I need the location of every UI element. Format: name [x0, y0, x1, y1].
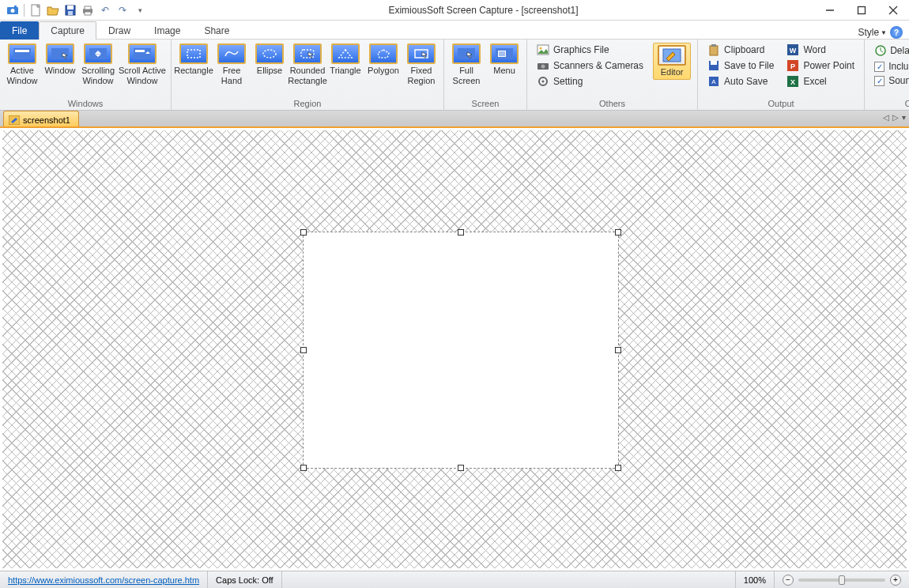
canvas-area[interactable]	[0, 128, 909, 571]
editor-button[interactable]: Editor	[653, 43, 691, 80]
zoom-in-button[interactable]: +	[890, 575, 901, 586]
label: Scanners & Cameras	[553, 60, 643, 71]
graphics-file-button[interactable]: Graphics File	[535, 43, 645, 57]
triangle-button[interactable]: Triangle	[326, 41, 364, 78]
powerpoint-button[interactable]: PPower Point	[785, 58, 856, 73]
homepage-link[interactable]: https://www.eximioussoft.com/screen-capt…	[8, 575, 199, 585]
powerpoint-icon: P	[786, 59, 799, 72]
svg-text:P: P	[790, 62, 795, 70]
window-icon	[8, 43, 36, 64]
style-label: Style	[858, 27, 879, 38]
scrolling-window-button[interactable]: ScrollingWindow	[79, 41, 117, 88]
open-icon[interactable]	[45, 2, 61, 18]
minimize-button[interactable]	[814, 0, 846, 21]
group-output: Clipboard Save to File AAuto Save WWord …	[698, 40, 865, 110]
label: Delay	[890, 45, 909, 56]
checkbox-icon: ✓	[874, 62, 884, 72]
tab-prev-icon[interactable]: ◁	[883, 113, 889, 122]
svg-point-35	[542, 81, 545, 83]
clock-icon	[874, 44, 887, 57]
zoom-out-button[interactable]: −	[783, 575, 794, 586]
fixed-region-button[interactable]: FixedRegion	[402, 41, 440, 88]
group-others: Graphics File Scanners & Cameras Setting…	[527, 40, 698, 110]
menu-button[interactable]: Menu	[485, 41, 523, 78]
excel-button[interactable]: XExcel	[785, 74, 856, 89]
tab-image[interactable]: Image	[142, 21, 192, 40]
window-button[interactable]: Window	[41, 41, 79, 78]
tab-menu-icon[interactable]: ▾	[902, 113, 906, 122]
status-bar: https://www.eximioussoft.com/screen-capt…	[0, 571, 909, 588]
group-label: Screen	[444, 98, 526, 110]
group-label: Windows	[0, 98, 171, 110]
zoom-percent[interactable]: 100%	[735, 571, 775, 588]
doctab-screenshot1[interactable]: screenshot1	[3, 111, 79, 126]
handle-top-mid[interactable]	[458, 229, 464, 236]
handle-top-left[interactable]	[300, 229, 307, 236]
scroll-active-window-button[interactable]: Scroll ActiveWindow	[117, 41, 168, 88]
new-icon[interactable]	[28, 2, 43, 18]
picture-icon	[537, 43, 549, 56]
doctabs-nav: ◁ ▷ ▾	[883, 113, 906, 122]
clipboard-button[interactable]: Clipboard	[706, 43, 775, 57]
tab-capture[interactable]: Capture	[39, 21, 96, 40]
freehand-button[interactable]: FreeHand	[213, 41, 251, 88]
ellipse-button[interactable]: Ellipse	[251, 41, 289, 78]
svg-rect-24	[458, 48, 475, 59]
full-screen-button[interactable]: FullScreen	[447, 41, 485, 88]
svg-point-21	[263, 50, 276, 58]
doctab-label: screenshot1	[23, 115, 70, 125]
svg-rect-38	[711, 44, 716, 47]
selection-rect[interactable]	[303, 232, 619, 469]
maximize-button[interactable]	[846, 0, 877, 21]
scanners-cameras-button[interactable]: Scanners & Cameras	[535, 58, 645, 73]
handle-mid-right[interactable]	[615, 347, 621, 353]
setting-button[interactable]: Setting	[535, 74, 645, 89]
help-icon[interactable]: ?	[890, 26, 903, 39]
delay-control[interactable]: Delay 0▼	[873, 43, 909, 58]
tab-share[interactable]: Share	[192, 21, 241, 40]
include-cursor-checkbox[interactable]: ✓Include Cursor	[873, 60, 909, 73]
polygon-button[interactable]: Polygon	[364, 41, 402, 78]
handle-bot-mid[interactable]	[458, 465, 464, 471]
label: Setting	[553, 76, 583, 87]
label: ScrollingWindow	[81, 66, 115, 85]
svg-text:X: X	[790, 78, 795, 86]
word-button[interactable]: WWord	[785, 43, 856, 57]
handle-bot-right[interactable]	[615, 465, 621, 471]
svg-rect-9	[85, 12, 91, 15]
qat-customize-icon[interactable]: ▾	[132, 2, 148, 18]
handle-mid-left[interactable]	[300, 347, 307, 353]
zoom-thumb[interactable]	[839, 575, 845, 585]
tab-draw[interactable]: Draw	[96, 21, 142, 40]
auto-save-button[interactable]: AAuto Save	[706, 74, 775, 89]
label: Include Cursor	[888, 61, 909, 72]
svg-rect-2	[14, 6, 17, 7]
capture-icon[interactable]	[5, 2, 21, 18]
svg-text:W: W	[790, 47, 797, 55]
clipboard-icon	[707, 43, 720, 56]
label: FixedRegion	[408, 66, 436, 85]
camera-icon	[537, 59, 549, 72]
rectangle-button[interactable]: Rectangle	[175, 41, 213, 78]
close-button[interactable]	[877, 0, 909, 21]
style-dropdown[interactable]: Style▼	[858, 27, 887, 38]
tab-file[interactable]: File	[0, 21, 39, 40]
print-icon[interactable]	[80, 2, 96, 18]
sound-notification-checkbox[interactable]: ✓Sound Notification	[873, 74, 909, 87]
checkbox-icon: ✓	[874, 76, 884, 86]
rounded-rectangle-button[interactable]: RoundedRectangle	[289, 41, 326, 88]
handle-top-right[interactable]	[615, 229, 621, 236]
handle-bot-left[interactable]	[300, 465, 307, 471]
zoom-track[interactable]	[798, 579, 885, 582]
svg-rect-20	[187, 50, 200, 58]
active-window-button[interactable]: ActiveWindow	[3, 41, 41, 88]
label: ActiveWindow	[6, 66, 37, 85]
label: FreeHand	[221, 66, 242, 85]
tab-next-icon[interactable]: ▷	[892, 113, 899, 122]
save-to-file-button[interactable]: Save to File	[706, 58, 775, 73]
group-options: Delay 0▼ ✓Include Cursor ✓Sound Notifica…	[865, 40, 909, 110]
redo-icon[interactable]: ↷	[115, 2, 130, 18]
undo-icon[interactable]: ↶	[97, 2, 113, 18]
freehand-icon	[217, 43, 246, 64]
save-icon[interactable]	[62, 2, 78, 18]
